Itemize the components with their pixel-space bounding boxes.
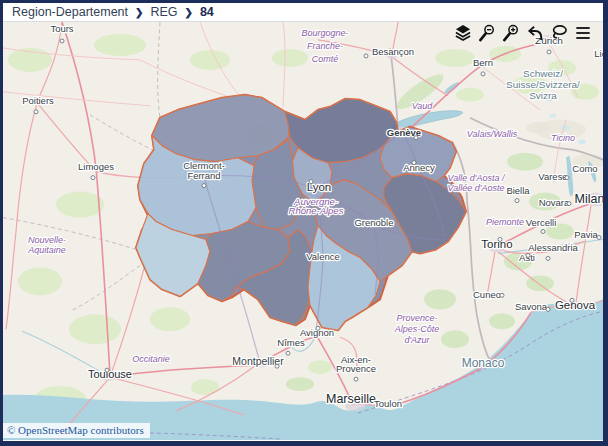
city-dot (316, 326, 320, 330)
map-panel: Region-Departement ❯ REG ❯ 84 (0, 0, 608, 446)
map-container: ToursPoitiersLimogesBesançonBernZürichLi… (3, 22, 603, 440)
map-label-city: Biella (506, 185, 530, 196)
city-dot (202, 184, 206, 188)
map-label-city: Grenoble (355, 217, 394, 228)
city-dot (500, 293, 504, 297)
map-label-city: Torino (481, 238, 512, 250)
map-attribution[interactable]: © OpenStreetMap contributors (3, 423, 150, 438)
map-label-city: Genova (555, 299, 596, 311)
map-label-city: Savona (515, 301, 548, 312)
city-dot (414, 136, 418, 140)
map-label-city: Liec (594, 48, 603, 59)
map-label-city: Varese (538, 171, 567, 182)
city-dot (105, 368, 109, 372)
layers-icon (453, 23, 473, 43)
map-label-region: Bourgogne- (302, 28, 349, 38)
map-label-region: Nouvelle- (28, 235, 66, 245)
map-label-city: Annecy (403, 162, 435, 173)
map-label-country: Schweiz/ (523, 68, 563, 79)
city-dot (60, 39, 64, 43)
hamburger-menu-icon (573, 23, 593, 43)
map-label-region: Comté (312, 54, 338, 64)
city-dot (481, 72, 485, 76)
zoom-out-button[interactable] (476, 22, 497, 43)
map-label-city: Alessandria (528, 242, 578, 253)
city-dot (546, 307, 550, 311)
city-dot (547, 50, 551, 54)
map-label-region: Vaud (412, 101, 434, 111)
map-label-city: Bern (473, 57, 493, 68)
map-label-region: d'Azur (404, 335, 430, 345)
city-dot (275, 364, 279, 368)
map-label-city: Pavia (574, 229, 598, 240)
map-label-city: Valence (306, 251, 340, 262)
map-label-region: Rhône-Alpes (289, 205, 344, 216)
map-label-city: Ferrand (187, 170, 220, 181)
map-label-city: Marseille (326, 392, 376, 406)
map-label-city: Provence (336, 363, 376, 374)
map-label-region: Piemonte (486, 217, 524, 227)
city-dot (565, 176, 569, 180)
city-dot (546, 256, 550, 260)
magnifier-minus-icon (477, 23, 497, 43)
city-dot (91, 176, 95, 180)
undo-arrow-icon (525, 23, 545, 43)
map-label-country: Svizra (529, 90, 557, 101)
map-label-region: Franche- (307, 41, 343, 51)
breadcrumb-item-region-departement[interactable]: Region-Departement (12, 5, 128, 19)
city-dot (286, 351, 290, 355)
chevron-right-icon: ❯ (135, 7, 143, 18)
map-label-region: Occitanie (132, 354, 169, 364)
city-dot (570, 298, 574, 302)
map-label-region: Provence- (397, 313, 438, 323)
map-label-city: Toulouse (88, 368, 132, 380)
map-label-city: Milano (575, 192, 603, 206)
city-dot (498, 237, 502, 241)
zoom-in-button[interactable] (500, 22, 521, 43)
undo-button[interactable] (524, 22, 545, 43)
map-label-region: Valle d'Aosta / (448, 173, 506, 183)
city-dot (412, 161, 416, 165)
map-label-city: Novara (539, 197, 570, 208)
city-dot (597, 235, 601, 239)
map-label-city: Limoges (78, 161, 114, 172)
map-label-city: Vercelli (526, 217, 557, 228)
map-label-region: Vallée d'Aoste (448, 183, 505, 193)
lasso-icon (549, 23, 569, 43)
map-label-country: Suisse/Svizzera/ (506, 79, 580, 90)
map-label-city: Como (572, 163, 597, 174)
magnifier-plus-icon (501, 23, 521, 43)
city-dot (526, 253, 530, 257)
panel-drag-handle[interactable] (298, 0, 308, 3)
map-label-city: Poitiers (22, 95, 54, 106)
city-dot (567, 202, 571, 206)
city-dot (34, 110, 38, 114)
map[interactable]: ToursPoitiersLimogesBesançonBernZürichLi… (3, 22, 603, 440)
layers-button[interactable] (452, 22, 473, 43)
city-dot (515, 199, 519, 203)
map-label-city: Cuneo (473, 289, 501, 300)
map-label-city: Besançon (372, 46, 414, 57)
breadcrumb: Region-Departement ❯ REG ❯ 84 (3, 3, 603, 22)
city-dot (354, 377, 358, 381)
map-toolbar (452, 22, 593, 43)
menu-button[interactable] (572, 22, 593, 43)
map-label-country: Monaco (462, 356, 505, 370)
map-label-city: Nîmes (277, 337, 305, 348)
lasso-select-button[interactable] (548, 22, 569, 43)
breadcrumb-item-reg[interactable]: REG (150, 5, 177, 19)
breadcrumb-item-84[interactable]: 84 (200, 5, 214, 19)
map-label-region: Aquitaine (27, 245, 65, 255)
map-label-region: Alpes-Côte (394, 324, 439, 334)
map-label-region: Valais/Wallis (467, 129, 518, 139)
city-dot (541, 230, 545, 234)
city-dot (309, 180, 313, 184)
map-label-region: Ticino (551, 133, 575, 143)
chevron-right-icon: ❯ (185, 7, 193, 18)
map-label-city: Toulon (374, 398, 402, 409)
map-label-city: Tours (50, 23, 73, 34)
city-dot (364, 54, 368, 58)
